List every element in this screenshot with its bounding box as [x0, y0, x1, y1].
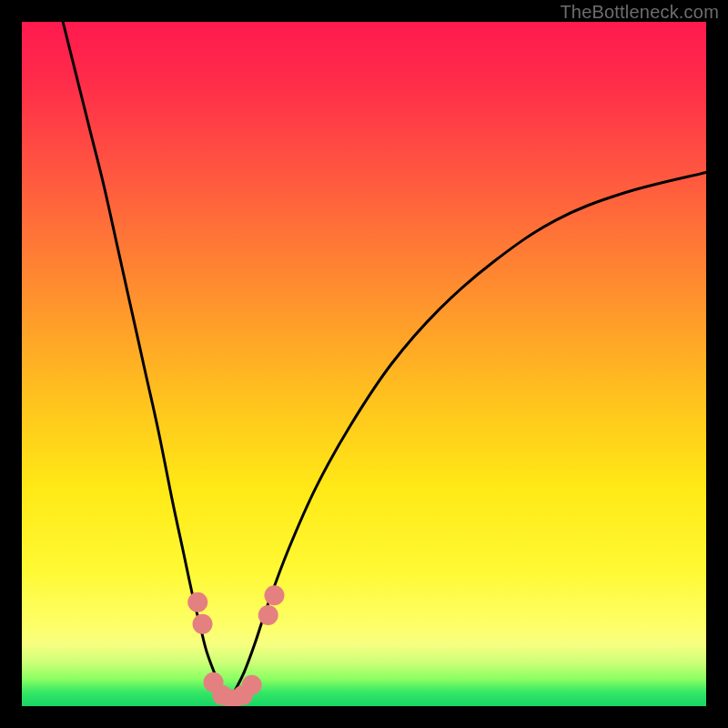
- marker-right-lower: [258, 605, 278, 625]
- attribution-text: TheBottleneck.com: [560, 2, 719, 23]
- marker-left-upper: [187, 592, 207, 612]
- marker-left-lower: [193, 614, 213, 634]
- marker-group: [187, 585, 284, 706]
- marker-valley-5: [242, 675, 262, 695]
- chart-svg: [22, 22, 706, 706]
- marker-right-upper: [264, 585, 284, 605]
- plot-area: [22, 22, 706, 706]
- outer-frame: TheBottleneck.com: [0, 0, 728, 728]
- curve-right-branch: [228, 172, 706, 706]
